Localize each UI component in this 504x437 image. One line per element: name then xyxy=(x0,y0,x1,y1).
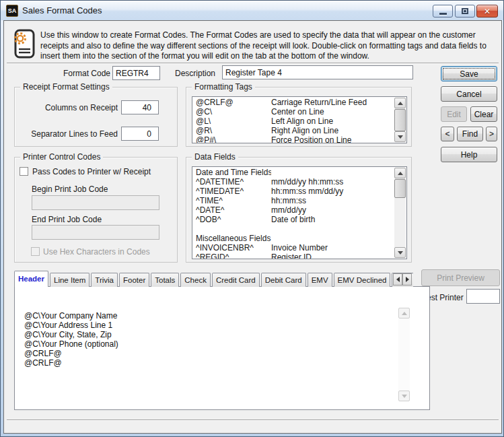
data-field-description xyxy=(271,168,394,177)
data-field-description: hh:mm:ss xyxy=(271,196,394,205)
format-section-tab[interactable]: EMV Declined xyxy=(334,273,391,287)
tab-scroll-right-button[interactable] xyxy=(402,273,412,285)
formatting-tag-description: Right Align on Line xyxy=(271,126,394,135)
formatting-tags-list[interactable]: @CRLF@ Carriage Return/Line Feed @C\ Cen… xyxy=(192,96,407,143)
data-fields-group: Data Fields Date and Time Fields ^DATETI… xyxy=(186,157,412,263)
formatting-tag-description: Force Position on Line xyxy=(271,135,394,143)
pass-codes-checkbox[interactable] xyxy=(20,167,28,176)
formatting-tag-row[interactable]: @C\ Center on Line xyxy=(192,107,394,116)
end-print-job-input[interactable] xyxy=(32,225,159,240)
tab-label: Header xyxy=(18,275,44,283)
data-field-description: Invoice Number xyxy=(271,243,394,253)
data-field-row[interactable]: Date and Time Fields xyxy=(192,168,394,177)
header-tab-page: @C\Your Company Name @C\Your Address Lin… xyxy=(14,286,430,410)
data-fields-scrollbar[interactable] xyxy=(394,168,406,258)
printer-control-codes-title: Printer Control Codes xyxy=(20,152,103,162)
scroll-down-icon[interactable] xyxy=(394,131,406,142)
test-printer-input[interactable] xyxy=(466,289,500,304)
format-section-tab[interactable]: Debit Card xyxy=(261,273,306,287)
cancel-button[interactable]: Cancel xyxy=(441,86,497,102)
editor-line: @C\Your Phone (optional) xyxy=(24,339,412,349)
instructions-text: Use this window to create Format Codes. … xyxy=(40,30,499,62)
formatting-tag-description: Center on Line xyxy=(271,107,394,116)
data-field-row[interactable]: ^DATE^ mm/dd/yy xyxy=(192,205,394,215)
format-editor-textarea[interactable]: @C\Your Company Name @C\Your Address Lin… xyxy=(15,288,429,409)
format-section-tab[interactable]: Check xyxy=(180,273,211,287)
formatting-tag-description: Carriage Return/Line Feed xyxy=(271,98,394,107)
data-field-row[interactable]: ^DATETIME^ mm/dd/yy hh:mm:ss xyxy=(192,177,394,187)
editor-scrollbar[interactable] xyxy=(398,308,410,401)
data-field-row[interactable]: Miscellaneous Fields xyxy=(192,234,394,243)
find-button[interactable]: Find xyxy=(457,127,483,141)
scroll-down-icon[interactable] xyxy=(398,391,410,401)
dialog-client-area: Use this window to create Format Codes. … xyxy=(3,20,502,434)
data-field-description: mm/dd/yy hh:mm:ss xyxy=(271,177,394,187)
edit-button[interactable]: Edit xyxy=(441,106,467,122)
data-field-row[interactable]: ^INVOICENBR^ Invoice Number xyxy=(192,243,394,253)
data-field-description: Register ID xyxy=(271,253,394,259)
editor-line: @CRLF@ xyxy=(24,358,412,368)
tab-label: EMV Declined xyxy=(338,276,387,284)
save-button[interactable]: Save xyxy=(441,66,497,81)
separator-top xyxy=(7,63,499,64)
scroll-up-icon[interactable] xyxy=(394,168,406,178)
tab-scroll-left-button[interactable] xyxy=(393,273,402,285)
close-button[interactable]: ✕ xyxy=(476,5,498,18)
data-field-description xyxy=(271,234,394,243)
formatting-tag-row[interactable]: @L\ Left Align on Line xyxy=(192,116,394,126)
formatting-tag-row[interactable]: @P#\ Force Position on Line xyxy=(192,135,394,143)
find-next-button[interactable]: > xyxy=(486,127,497,141)
format-section-tab[interactable]: Footer xyxy=(119,273,149,287)
data-fields-title: Data Fields xyxy=(192,152,238,162)
data-field-description: hh:mm:ss mm/dd/yy xyxy=(271,187,394,196)
find-previous-button[interactable]: < xyxy=(441,127,454,141)
tab-label: Check xyxy=(184,276,207,284)
data-field-code: ^INVOICENBR^ xyxy=(196,243,271,253)
scroll-up-icon[interactable] xyxy=(394,98,406,108)
formatting-tag-row[interactable]: @CRLF@ Carriage Return/Line Feed xyxy=(192,98,394,107)
formatting-tag-row[interactable]: @R\ Right Align on Line xyxy=(192,126,394,135)
maximize-button[interactable] xyxy=(455,5,475,18)
app-icon: SA xyxy=(6,5,18,17)
format-section-tabs: Header Line Item Trivia Footer Totals Ch… xyxy=(14,271,413,287)
data-field-row[interactable]: ^DOB^ Date of birth xyxy=(192,215,394,224)
scrollbar-thumb[interactable] xyxy=(394,109,406,131)
minimize-icon xyxy=(439,13,447,15)
receipt-format-settings-group: Receipt Format Settings Columns on Recei… xyxy=(14,87,178,147)
scrollbar-thumb[interactable] xyxy=(394,179,406,198)
columns-on-receipt-input[interactable] xyxy=(121,100,159,114)
format-section-tab[interactable]: Header xyxy=(14,271,48,287)
data-field-row[interactable] xyxy=(192,224,394,234)
use-hex-checkbox[interactable] xyxy=(31,247,40,256)
data-field-code xyxy=(196,224,271,234)
title-bar[interactable]: SA Sales Format Codes ✕ xyxy=(1,1,503,20)
data-field-row[interactable]: ^TIMEDATE^ hh:mm:ss mm/dd/yy xyxy=(192,187,394,196)
begin-print-job-input[interactable] xyxy=(32,195,159,210)
data-field-row[interactable]: ^TIME^ hh:mm:ss xyxy=(192,196,394,205)
format-code-input[interactable] xyxy=(112,66,160,80)
receipt-format-settings-title: Receipt Format Settings xyxy=(20,82,112,92)
data-field-row[interactable]: ^REGID^ Register ID xyxy=(192,253,394,259)
data-field-code: ^DOB^ xyxy=(196,215,271,224)
scroll-up-icon[interactable] xyxy=(398,308,410,318)
format-section-tab[interactable]: EMV xyxy=(308,273,332,287)
format-section-tab[interactable]: Totals xyxy=(151,273,179,287)
minimize-button[interactable] xyxy=(433,5,453,18)
help-button[interactable]: Help xyxy=(441,147,497,162)
printer-control-codes-group: Printer Control Codes Pass Codes to Prin… xyxy=(14,157,178,263)
data-fields-list[interactable]: Date and Time Fields ^DATETIME^ mm/dd/yy… xyxy=(192,166,407,259)
formatting-tags-scrollbar[interactable] xyxy=(394,98,406,142)
description-input[interactable] xyxy=(222,65,413,79)
format-section-tab[interactable]: Line Item xyxy=(50,273,89,287)
editor-line: @C\Your Address Line 1 xyxy=(24,321,412,330)
data-field-code: Date and Time Fields xyxy=(196,168,271,177)
format-section-tab[interactable]: Credit Card xyxy=(212,273,260,287)
print-preview-button[interactable]: Print Preview xyxy=(421,269,500,286)
format-section-tab[interactable]: Trivia xyxy=(91,273,118,287)
clear-button[interactable]: Clear xyxy=(470,106,497,122)
use-hex-label: Use Hex Characters in Codes xyxy=(43,247,150,257)
separator-lines-input[interactable] xyxy=(121,127,159,141)
scroll-down-icon[interactable] xyxy=(394,247,406,258)
data-field-description: Date of birth xyxy=(271,215,394,224)
data-field-code: Miscellaneous Fields xyxy=(196,234,271,243)
